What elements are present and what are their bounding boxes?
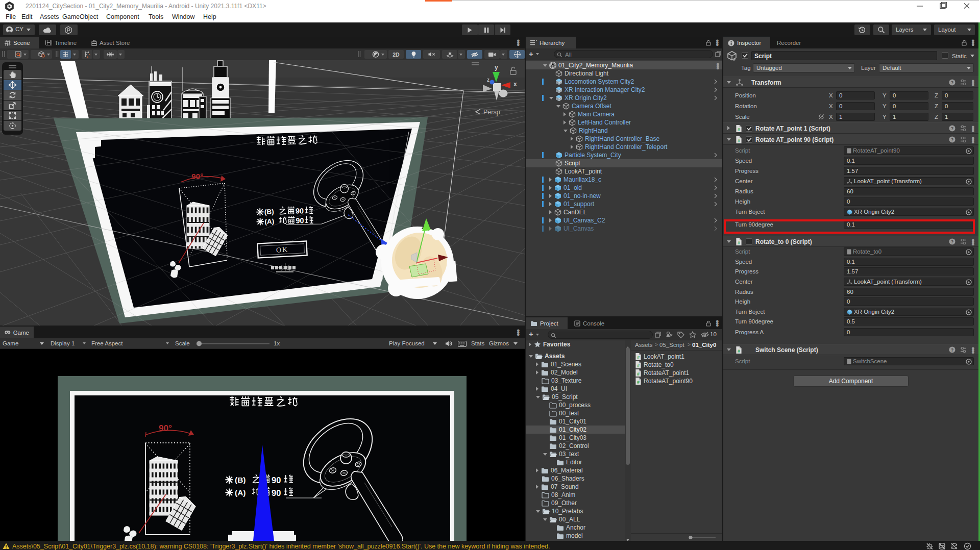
svg-text:90: 90 (272, 488, 281, 497)
svg-text:?: ? (951, 347, 954, 353)
svg-text:(B): (B) (235, 476, 246, 484)
svg-text:(B): (B) (264, 208, 274, 215)
svg-text:x: x (513, 81, 517, 88)
svg-text:?: ? (951, 239, 954, 244)
svg-text:y: y (495, 64, 498, 71)
svg-text:OK: OK (276, 245, 289, 254)
svg-text:?: ? (951, 80, 954, 85)
svg-text:Persp: Persp (483, 109, 500, 116)
svg-text:90: 90 (296, 216, 304, 224)
svg-text:90: 90 (296, 207, 304, 215)
svg-text:90°: 90° (159, 423, 172, 433)
svg-text:90: 90 (272, 476, 281, 485)
svg-text:(A): (A) (264, 217, 274, 225)
svg-text:?: ? (951, 126, 954, 131)
svg-text:(A): (A) (235, 488, 246, 497)
svg-text:?: ? (951, 137, 954, 142)
svg-text:z: z (487, 77, 489, 83)
